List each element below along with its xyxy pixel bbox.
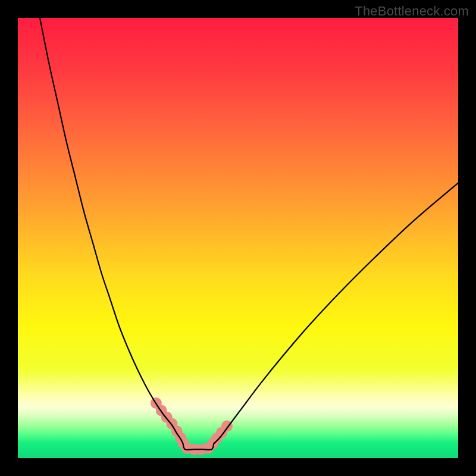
watermark-text: TheBottleneck.com [355,4,469,19]
curve-layer [18,18,458,458]
left-curve [40,18,183,444]
plot-area [18,18,458,458]
right-curve [214,183,458,444]
highlight-markers [151,397,233,455]
chart-frame: TheBottleneck.com [0,0,476,476]
